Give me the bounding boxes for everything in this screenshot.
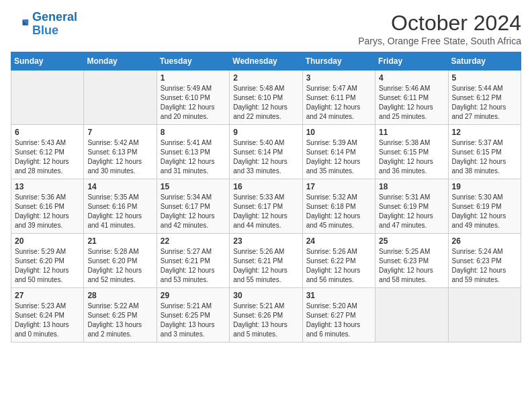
day-cell: 12Sunrise: 5:37 AM Sunset: 6:15 PM Dayli… (448, 125, 521, 179)
day-number: 24 (306, 236, 371, 246)
day-detail: Sunrise: 5:40 AM Sunset: 6:14 PM Dayligh… (233, 138, 298, 176)
header-cell-wednesday: Wednesday (230, 52, 302, 71)
header-cell-thursday: Thursday (302, 52, 375, 71)
day-detail: Sunrise: 5:42 AM Sunset: 6:13 PM Dayligh… (87, 138, 152, 176)
day-detail: Sunrise: 5:22 AM Sunset: 6:25 PM Dayligh… (87, 302, 152, 339)
day-detail: Sunrise: 5:21 AM Sunset: 6:25 PM Dayligh… (161, 302, 226, 339)
day-cell (84, 71, 157, 125)
day-cell: 23Sunrise: 5:26 AM Sunset: 6:21 PM Dayli… (230, 234, 302, 288)
day-number: 22 (161, 236, 226, 246)
day-detail: Sunrise: 5:36 AM Sunset: 6:16 PM Dayligh… (15, 193, 80, 230)
day-number: 13 (15, 182, 80, 191)
day-detail: Sunrise: 5:37 AM Sunset: 6:15 PM Dayligh… (452, 138, 517, 176)
day-number: 9 (233, 128, 298, 137)
day-cell: 28Sunrise: 5:22 AM Sunset: 6:25 PM Dayli… (84, 288, 157, 342)
day-number: 5 (452, 73, 517, 83)
day-cell: 14Sunrise: 5:35 AM Sunset: 6:16 PM Dayli… (84, 179, 157, 234)
day-cell: 15Sunrise: 5:34 AM Sunset: 6:17 PM Dayli… (157, 179, 229, 234)
day-number: 7 (87, 128, 152, 137)
day-cell: 21Sunrise: 5:28 AM Sunset: 6:20 PM Dayli… (84, 234, 157, 288)
day-number: 4 (379, 73, 444, 83)
day-detail: Sunrise: 5:32 AM Sunset: 6:18 PM Dayligh… (306, 193, 371, 230)
day-detail: Sunrise: 5:26 AM Sunset: 6:22 PM Dayligh… (306, 247, 371, 285)
day-number: 3 (306, 73, 371, 83)
day-number: 26 (452, 236, 517, 246)
day-detail: Sunrise: 5:33 AM Sunset: 6:17 PM Dayligh… (233, 193, 298, 230)
day-detail: Sunrise: 5:48 AM Sunset: 6:10 PM Dayligh… (233, 84, 298, 122)
day-cell: 31Sunrise: 5:20 AM Sunset: 6:27 PM Dayli… (302, 288, 375, 342)
day-number: 8 (161, 128, 226, 137)
day-cell: 1Sunrise: 5:49 AM Sunset: 6:10 PM Daylig… (157, 71, 229, 125)
day-number: 21 (87, 236, 152, 246)
location-subtitle: Parys, Orange Free State, South Africa (358, 36, 521, 46)
day-cell: 20Sunrise: 5:29 AM Sunset: 6:20 PM Dayli… (11, 234, 84, 288)
day-detail: Sunrise: 5:47 AM Sunset: 6:11 PM Dayligh… (306, 84, 371, 122)
page-header: General Blue October 2024 Parys, Orange … (11, 11, 521, 46)
day-number: 30 (233, 291, 298, 300)
day-cell: 10Sunrise: 5:39 AM Sunset: 6:14 PM Dayli… (302, 125, 375, 179)
day-cell: 26Sunrise: 5:24 AM Sunset: 6:23 PM Dayli… (448, 234, 521, 288)
day-number: 15 (161, 182, 226, 191)
day-number: 27 (15, 291, 80, 300)
day-number: 2 (233, 73, 298, 83)
day-number: 20 (15, 236, 80, 246)
day-detail: Sunrise: 5:25 AM Sunset: 6:23 PM Dayligh… (379, 247, 444, 285)
day-cell: 25Sunrise: 5:25 AM Sunset: 6:23 PM Dayli… (375, 234, 448, 288)
title-block: October 2024 Parys, Orange Free State, S… (358, 11, 521, 46)
week-row-3: 13Sunrise: 5:36 AM Sunset: 6:16 PM Dayli… (11, 179, 521, 234)
day-number: 14 (87, 182, 152, 191)
header-row: SundayMondayTuesdayWednesdayThursdayFrid… (11, 52, 521, 71)
day-detail: Sunrise: 5:39 AM Sunset: 6:14 PM Dayligh… (306, 138, 371, 176)
calendar-header: SundayMondayTuesdayWednesdayThursdayFrid… (11, 52, 521, 71)
day-detail: Sunrise: 5:38 AM Sunset: 6:15 PM Dayligh… (379, 138, 444, 176)
day-detail: Sunrise: 5:20 AM Sunset: 6:27 PM Dayligh… (306, 302, 371, 339)
day-cell: 8Sunrise: 5:41 AM Sunset: 6:13 PM Daylig… (157, 125, 229, 179)
header-cell-tuesday: Tuesday (157, 52, 229, 71)
day-cell: 5Sunrise: 5:44 AM Sunset: 6:12 PM Daylig… (448, 71, 521, 125)
day-detail: Sunrise: 5:23 AM Sunset: 6:24 PM Dayligh… (15, 302, 80, 339)
day-cell: 17Sunrise: 5:32 AM Sunset: 6:18 PM Dayli… (302, 179, 375, 234)
header-cell-saturday: Saturday (448, 52, 521, 71)
logo: General Blue (11, 11, 77, 38)
day-number: 17 (306, 182, 371, 191)
header-cell-sunday: Sunday (11, 52, 84, 71)
month-title: October 2024 (358, 11, 521, 36)
logo-line2: Blue (32, 24, 77, 38)
day-detail: Sunrise: 5:28 AM Sunset: 6:20 PM Dayligh… (87, 247, 152, 285)
day-cell: 6Sunrise: 5:43 AM Sunset: 6:12 PM Daylig… (11, 125, 84, 179)
day-cell: 3Sunrise: 5:47 AM Sunset: 6:11 PM Daylig… (302, 71, 375, 125)
header-cell-monday: Monday (84, 52, 157, 71)
day-cell: 11Sunrise: 5:38 AM Sunset: 6:15 PM Dayli… (375, 125, 448, 179)
day-cell: 30Sunrise: 5:21 AM Sunset: 6:26 PM Dayli… (230, 288, 302, 342)
day-cell: 9Sunrise: 5:40 AM Sunset: 6:14 PM Daylig… (230, 125, 302, 179)
week-row-5: 27Sunrise: 5:23 AM Sunset: 6:24 PM Dayli… (11, 288, 521, 342)
day-number: 28 (87, 291, 152, 300)
calendar-body: 1Sunrise: 5:49 AM Sunset: 6:10 PM Daylig… (11, 71, 521, 342)
day-detail: Sunrise: 5:26 AM Sunset: 6:21 PM Dayligh… (233, 247, 298, 285)
day-detail: Sunrise: 5:30 AM Sunset: 6:19 PM Dayligh… (452, 193, 517, 230)
day-detail: Sunrise: 5:29 AM Sunset: 6:20 PM Dayligh… (15, 247, 80, 285)
day-detail: Sunrise: 5:46 AM Sunset: 6:11 PM Dayligh… (379, 84, 444, 122)
logo-icon (11, 15, 30, 34)
day-detail: Sunrise: 5:34 AM Sunset: 6:17 PM Dayligh… (161, 193, 226, 230)
day-cell: 7Sunrise: 5:42 AM Sunset: 6:13 PM Daylig… (84, 125, 157, 179)
day-detail: Sunrise: 5:43 AM Sunset: 6:12 PM Dayligh… (15, 138, 80, 176)
day-number: 31 (306, 291, 371, 300)
week-row-4: 20Sunrise: 5:29 AM Sunset: 6:20 PM Dayli… (11, 234, 521, 288)
day-number: 16 (233, 182, 298, 191)
day-detail: Sunrise: 5:49 AM Sunset: 6:10 PM Dayligh… (161, 84, 226, 122)
day-number: 29 (161, 291, 226, 300)
calendar-table: SundayMondayTuesdayWednesdayThursdayFrid… (11, 52, 521, 342)
day-cell: 27Sunrise: 5:23 AM Sunset: 6:24 PM Dayli… (11, 288, 84, 342)
day-cell (448, 288, 521, 342)
day-cell (11, 71, 84, 125)
day-number: 1 (161, 73, 226, 83)
logo-text: General Blue (32, 11, 77, 38)
day-number: 25 (379, 236, 444, 246)
day-cell: 29Sunrise: 5:21 AM Sunset: 6:25 PM Dayli… (157, 288, 229, 342)
day-cell: 16Sunrise: 5:33 AM Sunset: 6:17 PM Dayli… (230, 179, 302, 234)
day-detail: Sunrise: 5:41 AM Sunset: 6:13 PM Dayligh… (161, 138, 226, 176)
day-number: 6 (15, 128, 80, 137)
day-detail: Sunrise: 5:44 AM Sunset: 6:12 PM Dayligh… (452, 84, 517, 122)
week-row-1: 1Sunrise: 5:49 AM Sunset: 6:10 PM Daylig… (11, 71, 521, 125)
